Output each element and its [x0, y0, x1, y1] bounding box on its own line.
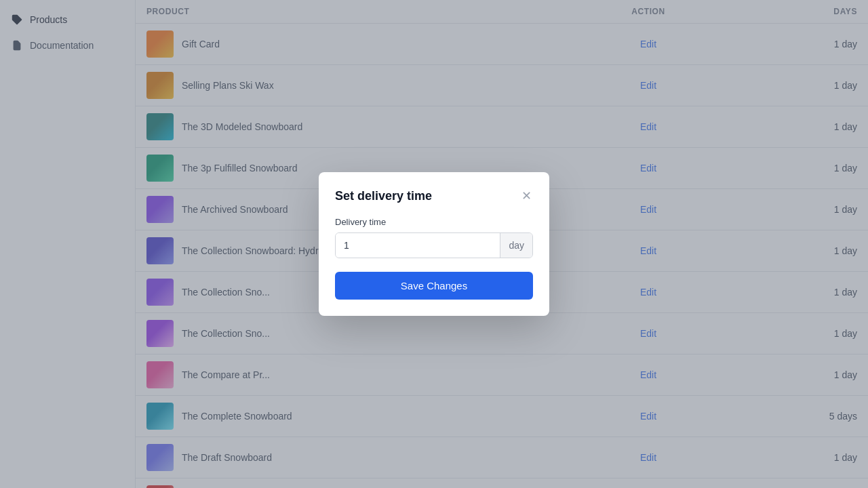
input-addon-day: day — [500, 233, 532, 258]
modal-close-button[interactable]: ✕ — [520, 188, 533, 203]
modal-title: Set delivery time — [335, 189, 432, 203]
delivery-time-input-group: day — [335, 232, 533, 258]
set-delivery-modal: Set delivery time ✕ Delivery time day Sa… — [319, 172, 549, 316]
modal-overlay: Set delivery time ✕ Delivery time day Sa… — [0, 0, 868, 488]
modal-header: Set delivery time ✕ — [335, 188, 533, 203]
save-changes-button[interactable]: Save Changes — [335, 272, 533, 300]
delivery-time-input[interactable] — [336, 233, 500, 258]
delivery-time-label: Delivery time — [335, 217, 533, 227]
